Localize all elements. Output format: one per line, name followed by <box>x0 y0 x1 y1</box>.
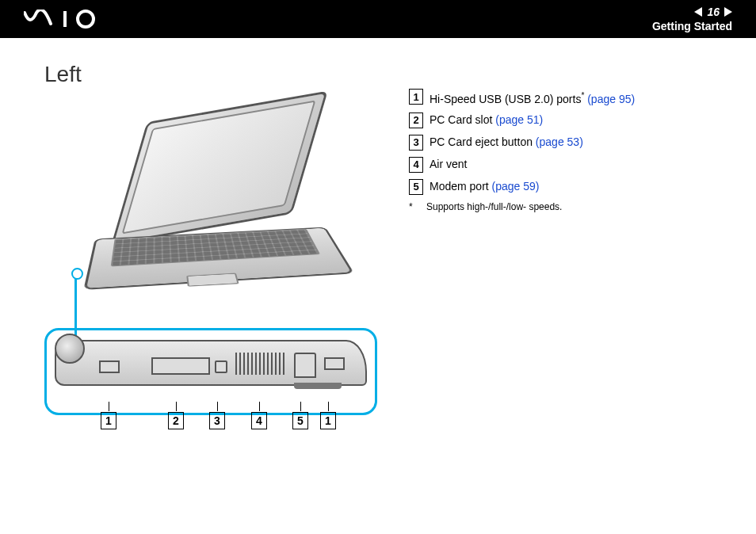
footnote-text: Supports high-/full-/low- speeds. <box>426 201 562 212</box>
page-link[interactable]: (page 53) <box>536 135 583 148</box>
legend-text: Modem port (page 59) <box>430 179 540 193</box>
footnote-mark: * <box>409 201 426 212</box>
legend-text: Air vent <box>430 157 467 171</box>
callout-5: 5 <box>292 402 308 429</box>
legend-text: Hi-Speed USB (USB 2.0) ports* (page 95) <box>430 89 635 106</box>
legend-num-icon: 5 <box>409 179 423 195</box>
legend-text: PC Card slot (page 51) <box>430 113 543 127</box>
legend-item-4: 4Air vent <box>409 157 724 173</box>
legend: 1Hi-Speed USB (USB 2.0) ports* (page 95)… <box>393 62 724 415</box>
page-nav: 16 <box>652 6 732 18</box>
laptop-side-illustration <box>55 340 367 386</box>
svg-rect-0 <box>63 11 67 27</box>
page-title: Left <box>44 62 393 87</box>
header-bar: 16 Getting Started <box>0 0 756 38</box>
callout-row: 123451 <box>47 402 375 437</box>
page-link[interactable]: (page 59) <box>492 180 540 193</box>
prev-page-icon[interactable] <box>694 7 702 17</box>
vaio-logo <box>24 10 111 29</box>
footnote: *Supports high-/full-/low- speeds. <box>409 201 724 212</box>
legend-item-1: 1Hi-Speed USB (USB 2.0) ports* (page 95) <box>409 89 724 106</box>
callout-4: 4 <box>251 402 267 429</box>
figure: 123451 <box>44 106 377 415</box>
page-link[interactable]: (page 95) <box>587 93 635 105</box>
legend-item-2: 2PC Card slot (page 51) <box>409 113 724 128</box>
legend-num-icon: 1 <box>409 89 423 105</box>
svg-point-1 <box>78 11 94 27</box>
side-view-box: 123451 <box>44 328 377 415</box>
laptop-illustration <box>92 106 353 296</box>
legend-item-5: 5Modem port (page 59) <box>409 179 724 195</box>
callout-1: 1 <box>101 402 116 429</box>
callout-1: 1 <box>320 402 336 429</box>
page-link[interactable]: (page 51) <box>495 113 543 126</box>
legend-text: PC Card eject button (page 53) <box>430 135 583 149</box>
legend-item-3: 3PC Card eject button (page 53) <box>409 135 724 151</box>
legend-num-icon: 4 <box>409 157 423 173</box>
next-page-icon[interactable] <box>724 7 732 17</box>
page-number: 16 <box>707 6 720 18</box>
callout-2: 2 <box>168 402 184 429</box>
callout-3: 3 <box>209 402 225 429</box>
legend-num-icon: 2 <box>409 113 423 128</box>
section-title: Getting Started <box>652 20 732 32</box>
legend-num-icon: 3 <box>409 135 423 151</box>
header-right: 16 Getting Started <box>652 6 732 32</box>
